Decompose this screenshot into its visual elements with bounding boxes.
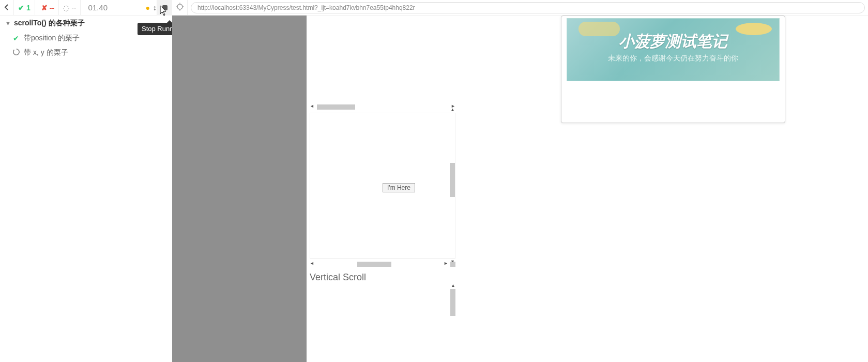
aut-header: http://localhost:63343/MyCypress/test.ht… <box>172 0 868 16</box>
stats-passed: ✔ 1 <box>14 0 35 16</box>
scroll-thumb-vertical[interactable] <box>450 163 455 197</box>
vertical-scroll-heading: Vertical Scroll <box>310 272 868 283</box>
crosshair-icon <box>176 3 184 12</box>
aut-body[interactable]: ◄ ► ▲ ▼ I'm Here ◄ ► <box>172 16 868 362</box>
stats-pending: ◌ -- <box>59 0 81 16</box>
url-bar[interactable]: http://localhost:63343/MyCypress/test.ht… <box>191 2 865 13</box>
back-button[interactable] <box>0 0 14 16</box>
im-here-button[interactable]: I'm Here <box>383 183 415 192</box>
banner-title: 小菠萝测试笔记 <box>567 31 779 52</box>
suite-title: scrollTo() 的各种栗子 <box>14 19 85 28</box>
horizontal-scroll-bottom[interactable]: ◄ ► <box>310 261 455 268</box>
spinner-icon <box>12 49 20 57</box>
scroll-both-box[interactable]: ▲ ▼ I'm Here <box>310 113 455 259</box>
page-background-band <box>172 16 307 362</box>
im-here-label: I'm Here <box>387 184 410 191</box>
chevron-left-icon <box>4 4 9 12</box>
scroll-left-arrow-icon[interactable]: ◄ <box>310 103 314 109</box>
warning-dot-icon[interactable]: ● <box>146 4 150 12</box>
check-icon: ✔ <box>12 34 20 42</box>
selector-playground-button[interactable] <box>172 0 188 16</box>
passed-count: 1 <box>26 4 31 12</box>
pending-count: -- <box>71 4 76 12</box>
stop-button[interactable] <box>157 0 172 16</box>
x-icon: ✘ <box>41 4 48 12</box>
svg-point-1 <box>177 4 182 9</box>
vertical-scroll-box[interactable]: ▲ <box>310 283 455 362</box>
test-label: 带 x, y 的栗子 <box>24 48 68 57</box>
scroll-right-arrow-icon[interactable]: ► <box>444 261 448 266</box>
check-icon: ✔ <box>18 4 24 12</box>
scroll-thumb-vertical[interactable] <box>450 289 455 316</box>
stats-failed: ✘ -- <box>35 0 59 16</box>
aut-wrap: http://localhost:63343/MyCypress/test.ht… <box>172 0 868 362</box>
test-row-2[interactable]: 带 x, y 的栗子 <box>0 46 172 60</box>
failed-count: -- <box>50 4 54 12</box>
scroll-thumb[interactable] <box>317 104 355 110</box>
caret-down-icon: ▼ <box>5 20 11 26</box>
header-right-group: ● ↕ <box>146 0 172 15</box>
scroll-up-arrow-icon[interactable]: ▲ <box>451 283 455 288</box>
scroll-left-arrow-icon[interactable]: ◄ <box>310 261 314 266</box>
url-text: http://localhost:63343/MyCypress/test.ht… <box>197 4 415 11</box>
horizontal-scroll-top[interactable]: ◄ ► <box>310 103 455 111</box>
scroll-thumb[interactable] <box>357 262 391 267</box>
banner-subtitle: 未来的你，会感谢今天仍在努力奋斗的你 <box>567 54 779 63</box>
banner-image: 小菠萝测试笔记 未来的你，会感谢今天仍在努力奋斗的你 <box>567 18 780 81</box>
banner-card: 小菠萝测试笔记 未来的你，会感谢今天仍在努力奋斗的你 <box>561 16 785 123</box>
reporter-header: ✔ 1 ✘ -- ◌ -- 01.40 ● ↕ <box>0 0 172 16</box>
scroll-up-arrow-icon[interactable]: ▲ <box>450 107 455 112</box>
reporter-panel: ✔ 1 ✘ -- ◌ -- 01.40 ● ↕ Stop Running S ▼… <box>0 0 172 362</box>
svg-rect-0 <box>162 5 167 10</box>
stop-button-wrap <box>157 0 172 16</box>
pending-icon: ◌ <box>63 4 69 12</box>
duration: 01.40 <box>81 3 115 12</box>
scroll-corner <box>450 262 455 267</box>
test-label: 带position 的栗子 <box>24 34 80 43</box>
viewport-toggle-icon[interactable]: ↕ <box>153 4 157 12</box>
